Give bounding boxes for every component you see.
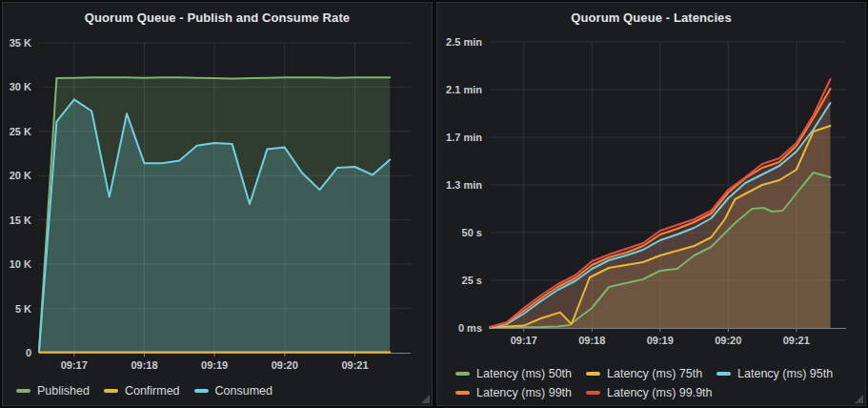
panel-title-publish-consume[interactable]: Quorum Queue - Publish and Consume Rate: [3, 3, 432, 25]
y-tick-label: 1.7 min: [446, 132, 482, 143]
legend-item-latency-ms-99-9th[interactable]: Latency (ms) 99.9th: [586, 383, 712, 402]
panel-latencies: Quorum Queue - Latencies 0 ms25 s50 s1.3…: [436, 2, 866, 406]
y-tick-label: 0: [26, 347, 31, 358]
legend-item-latency-ms-50th[interactable]: Latency (ms) 50th: [455, 364, 572, 383]
legend-item-latency-ms-95th[interactable]: Latency (ms) 95th: [717, 364, 833, 383]
legend-label: Latency (ms) 95th: [737, 364, 833, 383]
legend-label: Latency (ms) 99.9th: [607, 383, 712, 402]
y-tick-label: 1.3 min: [446, 179, 482, 191]
panel-resize-handle-icon[interactable]: [421, 395, 430, 403]
legend-series-swatch-icon: [194, 389, 209, 393]
legend-latencies: Latency (ms) 50thLatency (ms) 75thLatenc…: [455, 362, 847, 400]
publish-consume-chart: 05 K10 K15 K20 K25 K30 K35 K09:1709:1809…: [3, 3, 434, 407]
legend-item-confirmed[interactable]: Confirmed: [104, 381, 180, 400]
y-tick-label: 2.1 min: [446, 84, 482, 95]
y-tick-label: 35 K: [10, 37, 31, 49]
legend-item-latency-ms-75th[interactable]: Latency (ms) 75th: [586, 364, 702, 383]
x-tick-label: 09:18: [578, 335, 605, 346]
x-tick-label: 09:19: [647, 335, 674, 346]
legend-label: Published: [37, 381, 90, 400]
y-tick-label: 2.5 min: [446, 36, 482, 48]
legend-series-swatch-icon: [455, 372, 470, 376]
legend-item-latency-ms-99th[interactable]: Latency (ms) 99th: [455, 383, 572, 402]
legend-label: Latency (ms) 50th: [476, 364, 572, 383]
y-tick-label: 30 K: [10, 81, 31, 92]
legend-row: PublishedConfirmedConsumed: [16, 379, 287, 398]
legend-row: Latency (ms) 99thLatency (ms) 99.9th: [455, 381, 847, 400]
panel-title-latencies[interactable]: Quorum Queue - Latencies: [437, 3, 865, 25]
x-tick-label: 09:17: [511, 335, 537, 346]
legend-item-consumed[interactable]: Consumed: [194, 381, 273, 400]
panel-resize-handle-icon[interactable]: [855, 395, 863, 403]
x-tick-label: 09:19: [201, 359, 228, 371]
legend-row: Latency (ms) 50thLatency (ms) 75thLatenc…: [455, 362, 847, 381]
legend-series-swatch-icon: [586, 391, 600, 395]
y-tick-label: 50 s: [462, 227, 482, 238]
y-tick-label: 25 K: [10, 126, 31, 137]
legend-label: Confirmed: [125, 381, 180, 400]
legend-series-swatch-icon: [717, 372, 731, 376]
y-tick-label: 10 K: [10, 258, 31, 270]
legend-series-swatch-icon: [104, 389, 118, 393]
y-tick-label: 15 K: [10, 214, 31, 226]
legend-item-published[interactable]: Published: [16, 381, 90, 400]
latencies-chart: 0 ms25 s50 s1.3 min1.7 min2.1 min2.5 min…: [437, 3, 867, 407]
panel-publish-consume-rate: Quorum Queue - Publish and Consume Rate …: [2, 2, 433, 406]
legend-label: Latency (ms) 75th: [607, 364, 702, 383]
legend-series-swatch-icon: [16, 389, 30, 393]
legend-label: Latency (ms) 99th: [476, 383, 572, 402]
legend-publish-consume: PublishedConfirmedConsumed: [16, 379, 287, 398]
legend-series-swatch-icon: [455, 391, 470, 395]
x-tick-label: 09:17: [61, 359, 88, 371]
x-tick-label: 09:20: [272, 359, 298, 371]
x-tick-label: 09:21: [341, 359, 368, 371]
x-tick-label: 09:21: [783, 335, 810, 346]
x-tick-label: 09:20: [715, 335, 741, 346]
y-tick-label: 5 K: [15, 303, 31, 315]
legend-series-swatch-icon: [586, 372, 600, 376]
y-tick-label: 0 ms: [458, 322, 482, 334]
y-tick-label: 20 K: [10, 170, 31, 181]
y-tick-label: 25 s: [462, 275, 482, 286]
x-tick-label: 09:18: [131, 359, 157, 371]
legend-label: Consumed: [215, 381, 273, 400]
